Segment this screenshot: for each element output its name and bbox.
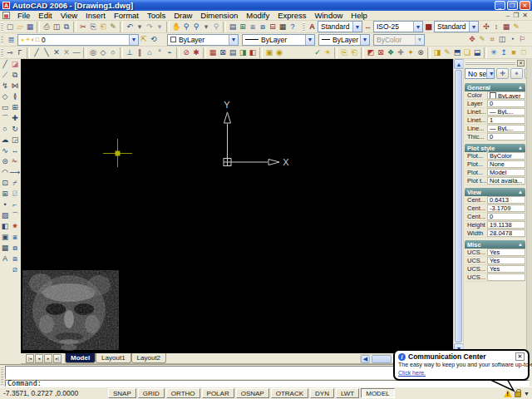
selection-combo[interactable]: No se ▼ — [465, 68, 495, 79]
designcenter-icon[interactable]: ⊞ — [238, 22, 248, 32]
property-row[interactable]: Cent... 0 — [465, 213, 525, 221]
property-row[interactable]: UCS... Yes — [465, 257, 525, 265]
toolbar-icon[interactable]: ⚐ — [517, 34, 527, 45]
cut-icon[interactable]: ✂ — [78, 22, 88, 32]
chevron-up-icon[interactable]: ▲ — [518, 85, 523, 90]
table-icon[interactable]: ▦ — [0, 243, 10, 254]
drawing-canvas[interactable]: Y X — [21, 59, 453, 353]
snap-node-icon[interactable]: ° — [155, 47, 165, 58]
child-restore-icon[interactable]: ❐ — [513, 12, 519, 20]
layout-tab[interactable]: Layout1 — [96, 353, 131, 363]
property-value[interactable]: -3.1709 — [487, 204, 525, 212]
layer-combo[interactable]: ●☀◐□ 0 ▼ — [17, 34, 139, 46]
minimize-button[interactable]: _ — [495, 1, 505, 10]
redo-dropdown-icon[interactable]: ▾ — [155, 22, 165, 32]
raster-image[interactable] — [22, 270, 119, 351]
stretch-icon[interactable]: ↔ — [10, 145, 20, 156]
menu-item[interactable]: Draw — [170, 11, 196, 21]
property-row[interactable]: Color ByLayer — [465, 91, 525, 100]
ellipse-icon[interactable]: ⊜ — [0, 156, 10, 167]
dim-style-manager-icon[interactable]: ↕ — [491, 22, 501, 32]
spline-icon[interactable]: ∿ — [0, 145, 10, 156]
insert-block-icon[interactable]: ⊡ — [0, 178, 10, 189]
property-value[interactable]: Yes — [487, 257, 525, 264]
property-row[interactable]: Plot... ByColor — [465, 152, 525, 160]
unlock-arrow-icon[interactable]: ↥ — [499, 47, 509, 58]
scale-icon[interactable]: ◲ — [10, 135, 20, 145]
layer-previous-icon[interactable]: ⟲ — [149, 34, 159, 45]
toolbar-icon[interactable]: ▣ — [264, 47, 274, 58]
copy-icon[interactable]: ⎘ — [88, 22, 98, 32]
tab-next-button[interactable]: ▸ — [44, 354, 52, 363]
property-row[interactable]: UCS... Yes — [465, 265, 525, 273]
section-header[interactable]: View ▲ — [465, 188, 525, 196]
open-file-icon[interactable]: ▱ — [15, 22, 25, 32]
status-toggle[interactable]: OSNAP — [236, 388, 269, 398]
chevron-up-icon[interactable]: ▲ — [518, 190, 523, 195]
toolbar-icon[interactable]: ▦ — [208, 47, 218, 58]
property-value[interactable]: None — [487, 160, 525, 168]
child-close-icon[interactable]: ✕ — [522, 12, 528, 20]
toolbar-icon[interactable]: ✓ — [313, 47, 323, 58]
toolbar-icon[interactable]: ⎗ — [349, 47, 359, 58]
layout-tab[interactable]: Model — [65, 353, 96, 363]
undo-dropdown-icon[interactable]: ▾ — [135, 22, 145, 32]
make-block-icon[interactable]: ⊞ — [0, 189, 10, 200]
property-row[interactable]: Linet... 1 — [465, 116, 525, 125]
erase-icon[interactable]: ◪ — [10, 59, 20, 70]
property-row[interactable]: Width 28.0478 — [465, 229, 525, 238]
select-objects-icon[interactable]: ⌖ — [510, 68, 523, 79]
property-row[interactable]: UCS... Yes — [465, 249, 525, 257]
chevron-down-icon[interactable]: ▼ — [229, 35, 238, 45]
title-bar[interactable]: A AutoCAD 2006 - [Drawing1.dwg] _ ❐ ✕ — [0, 0, 532, 11]
toolbar-icon[interactable]: ▤ — [228, 47, 238, 58]
trim-icon[interactable]: ✁ — [10, 156, 20, 167]
draw-order-above-icon[interactable]: ⧈ — [10, 254, 20, 264]
zoom-window-icon[interactable]: ⚲ — [191, 22, 201, 32]
layout-tab[interactable]: Layout2 — [131, 353, 166, 363]
toolbar-grip[interactable] — [1, 22, 3, 32]
restore-button[interactable]: ❐ — [507, 1, 518, 10]
offset-icon[interactable]: ≬ — [10, 91, 20, 102]
snap-midpoint-icon[interactable]: ╲ — [42, 47, 52, 58]
toolbar-icon[interactable]: ❖ — [386, 47, 396, 58]
property-row[interactable]: UCS... — [465, 273, 525, 282]
snap-perpendicular-icon[interactable]: ⊥ — [125, 47, 135, 58]
menu-item[interactable]: Tools — [143, 11, 170, 21]
property-row[interactable]: Thic... 0 — [465, 133, 525, 141]
rotate-icon[interactable]: ↻ — [10, 124, 20, 135]
temporary-track-point-icon[interactable]: ⊸ — [5, 47, 15, 58]
line-icon[interactable]: ╱ — [0, 59, 10, 70]
property-row[interactable]: Linet... — ByL... — [465, 108, 525, 116]
menu-item[interactable]: Express — [273, 11, 310, 21]
ellipse-arc-icon[interactable]: ◠ — [0, 167, 10, 178]
properties-icon[interactable]: ▤ — [228, 22, 238, 32]
menu-item[interactable]: View — [57, 11, 81, 21]
paste-icon[interactable]: ⎗ — [98, 22, 108, 32]
zoom-previous-icon[interactable]: ⚲ — [211, 22, 221, 32]
property-value[interactable]: — ByL... — [487, 108, 525, 116]
layer-properties-manager-icon[interactable]: ≣ — [5, 34, 17, 45]
snap-parallel-icon[interactable]: ∥ — [135, 47, 145, 58]
chevron-down-icon[interactable]: ▼ — [305, 35, 314, 45]
break-at-point-icon[interactable]: ⌿ — [10, 178, 20, 189]
style-tool-icon[interactable]: ✎ — [511, 22, 521, 32]
chevron-down-icon[interactable]: ▼ — [360, 35, 369, 45]
toolbar-icon[interactable]: ⊠ — [218, 47, 228, 58]
snap-nearest-icon[interactable]: ⌁ — [165, 47, 175, 58]
draw-order-under-icon[interactable]: ⧄ — [10, 264, 20, 275]
hatch-icon[interactable]: ▨ — [0, 210, 10, 221]
status-toggle[interactable]: OTRACK — [271, 388, 308, 398]
menu-item[interactable]: Edit — [34, 11, 56, 21]
pan-icon[interactable]: ✋ — [171, 22, 181, 32]
explode-icon[interactable]: ✷ — [10, 221, 20, 232]
draw-order-back-icon[interactable]: ⧇ — [10, 243, 20, 254]
region-icon[interactable]: ▣ — [0, 232, 10, 243]
osnap-settings-icon[interactable]: ✱ — [191, 47, 201, 58]
chevron-down-icon[interactable]: ▼ — [486, 69, 495, 78]
dim-style-combo[interactable]: ISO-25 ▼ — [373, 21, 423, 32]
undo-icon[interactable]: ↶ — [125, 22, 135, 32]
tool-palettes-icon[interactable]: ⧈ — [248, 22, 258, 32]
snap-apparent-intersection-icon[interactable]: ✕ — [62, 47, 71, 58]
toolbar-icon[interactable]: ◨ — [432, 47, 442, 58]
